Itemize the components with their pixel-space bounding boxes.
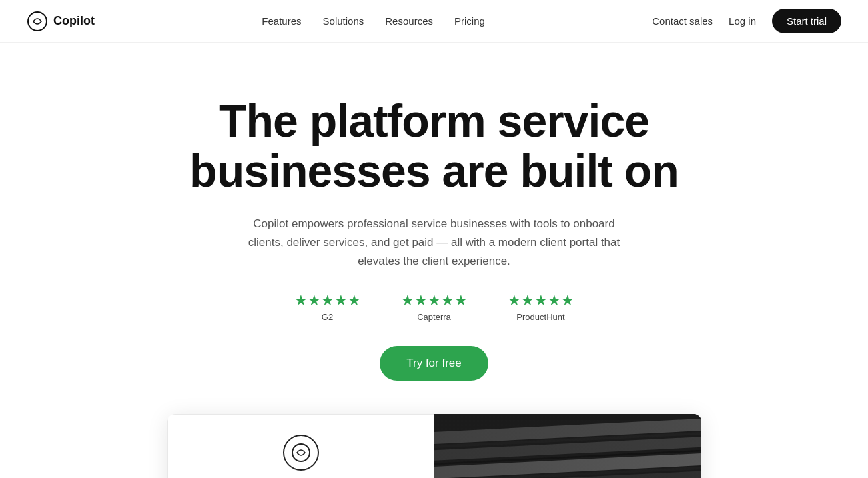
- signup-panel: Continue with Google OR Email: [167, 414, 434, 478]
- rating-capterra: ★★★★★ Capterra: [401, 292, 468, 322]
- hero-description: Copilot empowers professional service bu…: [234, 215, 634, 271]
- try-for-free-button[interactable]: Try for free: [380, 346, 488, 381]
- producthunt-label: ProductHunt: [516, 312, 564, 322]
- logo-text: Copilot: [53, 14, 95, 28]
- capterra-label: Capterra: [417, 312, 451, 322]
- pencils-bg: [434, 414, 701, 478]
- logo-icon: [27, 11, 48, 32]
- svg-rect-32: [434, 414, 701, 478]
- nav-right: Contact sales Log in Start trial: [652, 9, 841, 33]
- nav-resources[interactable]: Resources: [385, 15, 433, 27]
- navbar: Copilot Features Solutions Resources Pri…: [0, 0, 868, 43]
- signup-logo: [283, 435, 319, 471]
- g2-label: G2: [322, 312, 333, 322]
- ratings-row: ★★★★★ G2 ★★★★★ Capterra ★★★★★ ProductHun…: [147, 292, 721, 322]
- preview-section: Continue with Google OR Email: [167, 414, 701, 478]
- login-link[interactable]: Log in: [729, 15, 756, 27]
- nav-solutions[interactable]: Solutions: [323, 15, 364, 27]
- g2-stars: ★★★★★: [294, 292, 361, 309]
- svg-point-1: [292, 444, 310, 461]
- nav-features[interactable]: Features: [262, 15, 301, 27]
- start-trial-button[interactable]: Start trial: [772, 9, 841, 33]
- rating-g2: ★★★★★ G2: [294, 292, 361, 322]
- pencils-svg: [434, 414, 701, 478]
- hero-section: The platform service businesses are buil…: [134, 43, 735, 478]
- nav-pricing[interactable]: Pricing: [454, 15, 485, 27]
- svg-point-0: [28, 12, 47, 31]
- rating-producthunt: ★★★★★ ProductHunt: [508, 292, 574, 322]
- contact-sales-link[interactable]: Contact sales: [652, 15, 713, 27]
- logo[interactable]: Copilot: [27, 11, 95, 32]
- producthunt-stars: ★★★★★: [508, 292, 574, 309]
- hero-heading: The platform service businesses are buil…: [147, 96, 721, 196]
- capterra-stars: ★★★★★: [401, 292, 468, 309]
- pencils-image: [434, 414, 701, 478]
- nav-links: Features Solutions Resources Pricing: [262, 15, 484, 27]
